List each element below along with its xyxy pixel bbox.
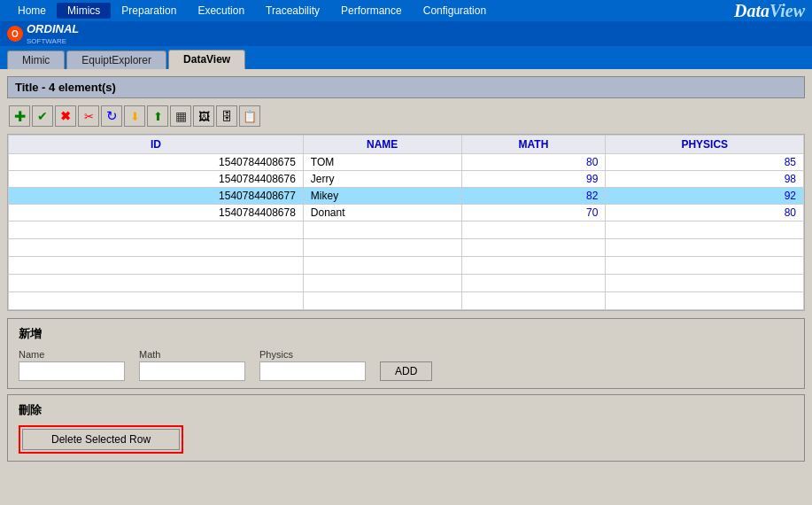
table-row-selected[interactable]: 1540784408677 Mikey 82 92	[9, 188, 804, 205]
cell-physics-1: 98	[606, 171, 804, 188]
table-row-empty	[9, 257, 804, 275]
add-section: 新增 Name Math Physics ADD	[7, 318, 805, 389]
math-label: Math	[139, 349, 245, 360]
col-header-name: NAME	[303, 136, 461, 154]
export-button[interactable]: ⬆	[147, 105, 168, 127]
table-row[interactable]: 1540784408678 Donant 70 80	[9, 205, 804, 221]
cell-physics-3: 80	[606, 205, 804, 221]
tab-dataview[interactable]: DataView	[168, 50, 245, 69]
copy-button[interactable]: 📋	[239, 105, 260, 127]
logo-bar: O ORDINAL SOFTWARE	[0, 21, 812, 46]
logo-icon: O	[7, 26, 23, 42]
logo-symbol: O	[12, 29, 19, 39]
table-row-empty	[9, 292, 804, 310]
delete-button[interactable]: ✖	[55, 105, 76, 127]
top-nav: Home Mimics Preparation Execution Tracea…	[0, 0, 812, 21]
add-row-button[interactable]: ✚	[9, 105, 30, 127]
nav-home[interactable]: Home	[7, 3, 57, 19]
col-header-math: MATH	[461, 136, 606, 154]
name-field: Name	[19, 349, 125, 381]
app-title-data: Data	[734, 1, 769, 20]
cell-id-3: 1540784408678	[9, 205, 304, 221]
delete-section: 刪除 Delete Selected Row	[7, 394, 805, 462]
nav-configuration[interactable]: Configuration	[413, 3, 497, 19]
col-header-physics: PHYSICS	[606, 136, 804, 154]
table-row[interactable]: 1540784408676 Jerry 99 98	[9, 171, 804, 188]
table-row[interactable]: 1540784408675 TOM 80 85	[9, 154, 804, 171]
tab-mimic[interactable]: Mimic	[7, 50, 65, 69]
math-field: Math	[139, 349, 245, 381]
cut-button[interactable]: ✂	[78, 105, 99, 127]
logo-company: ORDINAL	[27, 22, 79, 35]
cell-math-1: 99	[461, 171, 606, 188]
logo: O ORDINAL SOFTWARE	[7, 22, 79, 45]
table-row-empty	[9, 221, 804, 239]
logo-text-block: ORDINAL SOFTWARE	[27, 22, 79, 45]
cell-math-2: 82	[461, 188, 606, 205]
cell-id-2: 1540784408677	[9, 188, 304, 205]
nav-performance[interactable]: Performance	[330, 3, 413, 19]
physics-field: Physics	[259, 349, 366, 381]
grid-button[interactable]: ▦	[170, 105, 191, 127]
cell-id-0: 1540784408675	[9, 154, 304, 171]
confirm-button[interactable]: ✔	[32, 105, 53, 127]
cell-physics-0: 85	[606, 154, 804, 171]
toolbar: ✚ ✔ ✖ ✂ ↻ ⬇ ⬆ ▦ 🖼 🗄 📋	[7, 102, 805, 130]
cell-name-3: Donant	[303, 205, 461, 221]
cell-id-1: 1540784408676	[9, 171, 304, 188]
nav-preparation[interactable]: Preparation	[111, 3, 187, 19]
tab-equipt-explorer[interactable]: EquiptExplorer	[66, 50, 166, 69]
table-row-empty	[9, 239, 804, 257]
title-bar: Title - 4 element(s)	[7, 76, 805, 98]
delete-section-title: 刪除	[19, 402, 793, 418]
add-form-row: Name Math Physics ADD	[19, 349, 793, 381]
nav-mimics[interactable]: Mimics	[57, 3, 111, 19]
content-area: Title - 4 element(s) ✚ ✔ ✖ ✂ ↻ ⬇ ⬆ ▦ 🖼 🗄…	[0, 69, 812, 469]
data-table-container: ID NAME MATH PHYSICS 1540784408675 TOM 8…	[7, 134, 805, 311]
app-title: DataView	[734, 1, 805, 21]
refresh-button[interactable]: ↻	[101, 105, 122, 127]
math-input[interactable]	[139, 361, 245, 381]
name-input[interactable]	[19, 361, 125, 381]
image-button[interactable]: 🖼	[193, 105, 214, 127]
delete-selected-row-button[interactable]: Delete Selected Row	[22, 429, 180, 450]
physics-input[interactable]	[259, 361, 366, 381]
nav-execution[interactable]: Execution	[187, 3, 255, 19]
physics-label: Physics	[259, 349, 366, 360]
data-table: ID NAME MATH PHYSICS 1540784408675 TOM 8…	[8, 135, 804, 310]
name-label: Name	[19, 349, 125, 360]
import-button[interactable]: ⬇	[124, 105, 145, 127]
table-row-empty	[9, 275, 804, 292]
tab-bar: Mimic EquiptExplorer DataView	[0, 46, 812, 69]
db-button[interactable]: 🗄	[216, 105, 237, 127]
app-title-view: View	[769, 1, 805, 20]
cell-name-1: Jerry	[303, 171, 461, 188]
cell-name-2: Mikey	[303, 188, 461, 205]
cell-math-3: 70	[461, 205, 606, 221]
cell-name-0: TOM	[303, 154, 461, 171]
nav-traceability[interactable]: Traceability	[255, 3, 330, 19]
cell-physics-2: 92	[606, 188, 804, 205]
add-section-title: 新增	[19, 326, 793, 342]
cell-math-0: 80	[461, 154, 606, 171]
col-header-id: ID	[9, 136, 304, 154]
logo-sub: SOFTWARE	[27, 37, 79, 45]
delete-button-wrapper: Delete Selected Row	[19, 425, 183, 454]
add-button[interactable]: ADD	[380, 361, 432, 381]
